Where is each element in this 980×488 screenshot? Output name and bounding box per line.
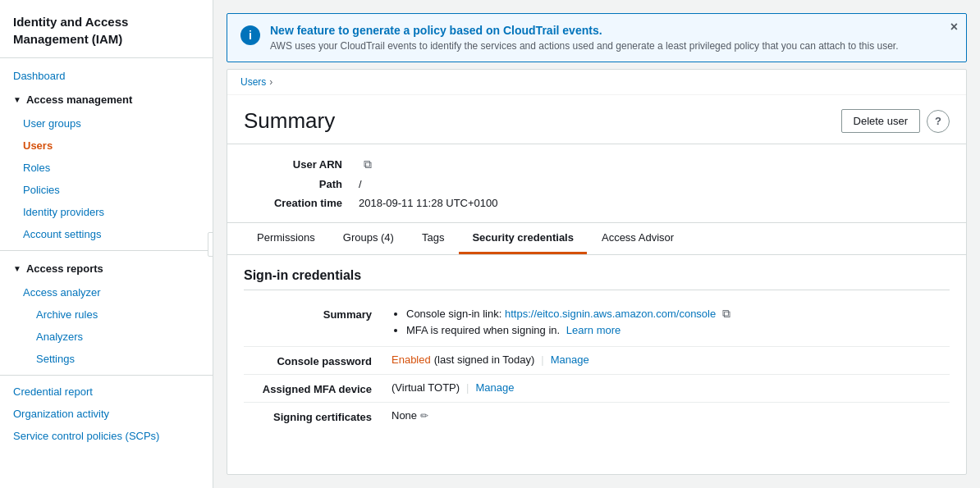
sidebar-item-organization-activity[interactable]: Organization activity	[0, 403, 213, 425]
pipe-separator-1: |	[541, 353, 543, 366]
arrow-down-icon-2: ▼	[13, 264, 21, 273]
sidebar-item-users[interactable]: Users	[0, 135, 213, 157]
console-password-note: (last signed in Today)	[434, 353, 535, 366]
console-sign-in-prefix: Console sign-in link:	[406, 308, 501, 320]
sidebar-item-account-settings[interactable]: Account settings	[0, 223, 213, 245]
console-sign-in-link[interactable]: https://eitco.signin.aws.amazon.com/cons…	[505, 308, 716, 320]
tab-groups[interactable]: Groups (4)	[330, 223, 407, 254]
user-details: User ARN ⧉ Path / Creation time 2018-09-…	[227, 144, 966, 223]
arn-value: ⧉	[359, 157, 372, 171]
summary-cred-label: Summary	[244, 307, 392, 321]
summary-header: Summary Delete user ?	[227, 95, 966, 144]
creation-time-value: 2018-09-11 11:28 UTC+0100	[359, 197, 497, 209]
info-icon: i	[240, 25, 260, 45]
creation-time-row: Creation time 2018-09-11 11:28 UTC+0100	[244, 194, 950, 212]
console-password-row: Console password Enabled (last signed in…	[244, 347, 950, 375]
signing-certs-label: Signing certificates	[244, 409, 392, 423]
sidebar-divider-1	[0, 250, 213, 251]
sidebar-item-policies[interactable]: Policies	[0, 179, 213, 201]
tab-tags[interactable]: Tags	[409, 223, 457, 254]
notification-text: New feature to generate a policy based o…	[270, 24, 899, 52]
assigned-mfa-value: (Virtual TOTP) | Manage	[392, 381, 514, 394]
sidebar-item-roles[interactable]: Roles	[0, 157, 213, 179]
arrow-down-icon: ▼	[13, 95, 21, 104]
sign-in-credentials-title: Sign-in credentials	[244, 268, 950, 290]
delete-user-button[interactable]: Delete user	[841, 109, 920, 133]
tabs-container: Permissions Groups (4) Tags Security cre…	[227, 223, 966, 255]
pencil-icon[interactable]: ✏	[420, 410, 428, 422]
console-password-value: Enabled (last signed in Today) | Manage	[392, 353, 589, 366]
sidebar-item-identity-providers[interactable]: Identity providers	[0, 201, 213, 223]
summary-cred-row: Summary Console sign-in link: https://ei…	[244, 300, 950, 347]
tab-permissions[interactable]: Permissions	[244, 223, 328, 254]
path-row: Path /	[244, 175, 950, 194]
console-password-status: Enabled	[392, 353, 431, 366]
assigned-mfa-device-value: (Virtual TOTP)	[392, 381, 460, 394]
notification-banner: i New feature to generate a policy based…	[227, 13, 967, 62]
sidebar-collapse-button[interactable]: ‹	[208, 232, 213, 257]
signing-certs-none: None	[392, 409, 417, 422]
sidebar-item-settings[interactable]: Settings	[0, 348, 213, 370]
copy-console-link-icon[interactable]: ⧉	[722, 307, 730, 320]
sidebar-title: Identity and Access Management (IAM)	[0, 0, 213, 58]
tab-access-advisor[interactable]: Access Advisor	[588, 223, 687, 254]
creation-time-label: Creation time	[244, 197, 359, 209]
help-button[interactable]: ?	[927, 110, 950, 133]
summary-cred-value: Console sign-in link: https://eitco.sign…	[392, 307, 730, 340]
sidebar-item-credential-report[interactable]: Credential report	[0, 381, 213, 403]
signing-certs-row: Signing certificates None ✏	[244, 403, 950, 430]
sidebar-divider-2	[0, 375, 213, 376]
console-password-label: Console password	[244, 353, 392, 367]
access-reports-toggle[interactable]: ▼ Access reports	[0, 256, 213, 281]
mfa-note: MFA is required when signing in.	[406, 324, 560, 336]
arn-label: User ARN	[244, 158, 359, 171]
assigned-mfa-manage-link[interactable]: Manage	[475, 381, 514, 394]
access-management-toggle[interactable]: ▼ Access management	[0, 87, 213, 112]
sidebar-item-dashboard[interactable]: Dashboard	[0, 65, 213, 87]
notification-body: AWS uses your CloudTrail events to ident…	[270, 40, 899, 52]
breadcrumb-users-link[interactable]: Users	[240, 76, 266, 88]
sidebar-item-analyzers[interactable]: Analyzers	[0, 326, 213, 348]
close-icon[interactable]: ×	[950, 21, 958, 34]
content-area: Users › Summary Delete user ? User ARN ⧉…	[227, 69, 967, 475]
path-value: /	[359, 178, 362, 190]
breadcrumb-separator: ›	[269, 76, 272, 88]
breadcrumb: Users ›	[227, 70, 966, 95]
tab-security-credentials[interactable]: Security credentials	[459, 223, 587, 254]
notification-title: New feature to generate a policy based o…	[270, 24, 899, 37]
page-title: Summary	[244, 108, 335, 134]
pipe-separator-2: |	[466, 381, 469, 394]
signing-certs-value: None ✏	[392, 409, 428, 422]
sidebar-item-user-groups[interactable]: User groups	[0, 112, 213, 135]
arn-row: User ARN ⧉	[244, 154, 950, 175]
tab-content-security-credentials: Sign-in credentials Summary Console sign…	[227, 255, 966, 443]
sidebar-item-access-analyzer[interactable]: Access analyzer	[0, 281, 213, 303]
summary-actions: Delete user ?	[841, 109, 950, 133]
console-password-manage-link[interactable]: Manage	[551, 353, 589, 366]
path-label: Path	[244, 178, 359, 190]
assigned-mfa-row: Assigned MFA device (Virtual TOTP) | Man…	[244, 375, 950, 403]
assigned-mfa-label: Assigned MFA device	[244, 381, 392, 395]
sidebar: Identity and Access Management (IAM) Das…	[0, 0, 213, 488]
mfa-learn-more-link[interactable]: Learn more	[566, 324, 621, 336]
sidebar-item-service-control-policies[interactable]: Service control policies (SCPs)	[0, 425, 213, 447]
sidebar-item-archive-rules[interactable]: Archive rules	[0, 303, 213, 326]
copy-arn-icon[interactable]: ⧉	[364, 157, 372, 171]
main-content: i New feature to generate a policy based…	[213, 0, 980, 488]
